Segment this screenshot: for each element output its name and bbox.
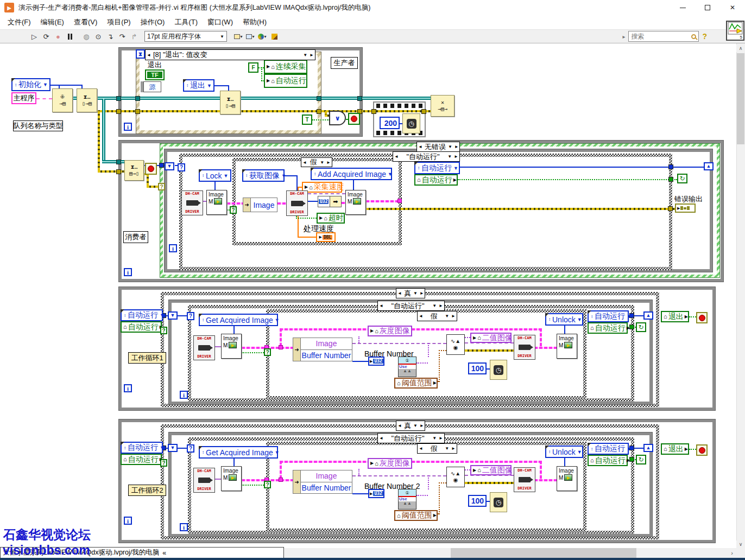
dhcam-driver-node[interactable]: DH-CAMDRIVER bbox=[286, 190, 308, 216]
enum-get-image[interactable]: ↕获取图像▼ bbox=[242, 169, 285, 182]
property-node-autorun-wl2-left[interactable]: ⌂自动运行▶ bbox=[121, 454, 162, 465]
image-manager-node[interactable]: ImageM bbox=[221, 334, 242, 359]
resize-objects-dropdown[interactable]: ▾ bbox=[256, 31, 268, 42]
close-button[interactable]: ✕ bbox=[720, 0, 745, 15]
enqueue-node[interactable]: ⧗…▯→▤ bbox=[77, 88, 97, 112]
enum-exit[interactable]: ↕退出▼ bbox=[183, 79, 214, 92]
property-node-autorun-producer[interactable]: ▶⌂自动运行 bbox=[264, 74, 307, 88]
step-out-icon[interactable]: ↱ bbox=[128, 31, 140, 42]
image-manager-node[interactable]: ImageM bbox=[557, 334, 577, 359]
enum-add-acquired-image[interactable]: ↕Add Acquired Image▼ bbox=[311, 168, 392, 180]
abort-button[interactable]: ● bbox=[52, 31, 64, 42]
enum-init[interactable]: ↕初始化▼ bbox=[11, 78, 50, 91]
enum-get-acquired-image-wl1[interactable]: ↕Get Acquired Image▼ bbox=[199, 314, 278, 326]
shift-register-left-wl2[interactable]: ▼ bbox=[168, 444, 178, 452]
shift-register-right-wl2[interactable]: ▲ bbox=[643, 444, 653, 452]
release-queue-node[interactable]: ✕→▤→ bbox=[431, 95, 454, 117]
constant-100-wl2[interactable]: 100 bbox=[468, 495, 487, 507]
pause-button[interactable] bbox=[64, 31, 76, 42]
property-node-threshold-range-wl1[interactable]: ⌂阈值范围▶ bbox=[394, 378, 438, 389]
help-icon[interactable]: ? bbox=[702, 32, 707, 41]
run-button[interactable]: ▷ bbox=[28, 31, 40, 42]
threshold-use-icon-wl1[interactable]: ①Use▲▲ bbox=[398, 357, 416, 377]
dequeue-node[interactable]: ⧗…▤→▯ bbox=[124, 160, 144, 181]
enum-autorun-wl2-left[interactable]: ↕自动运行▼ bbox=[121, 442, 163, 454]
property-node-threshold-range-wl2[interactable]: ⌂阈值范围▶ bbox=[394, 510, 438, 521]
enqueue-node-producer[interactable]: ⧗…▯→▤ bbox=[220, 91, 241, 114]
search-box[interactable] bbox=[628, 31, 699, 42]
image-manager-node[interactable]: ImageM bbox=[206, 190, 227, 215]
stop-indicator-consumer[interactable] bbox=[145, 163, 157, 175]
menu-help[interactable]: 帮助(H) bbox=[243, 17, 267, 27]
enum-unlock-wl1[interactable]: ↕Unlock▼ bbox=[545, 313, 583, 326]
step-over-icon[interactable]: ↷ bbox=[116, 31, 128, 42]
menu-edit[interactable]: 编辑(E) bbox=[41, 17, 64, 27]
scroll-right-icon[interactable]: › bbox=[728, 548, 736, 558]
menu-project[interactable]: 项目(P) bbox=[107, 17, 130, 27]
dhcam-driver-node[interactable]: DH-CAMDRIVER bbox=[181, 190, 203, 215]
case-selector-autorun-wl2[interactable]: ◄"自动运行"▼► bbox=[377, 433, 445, 443]
step-into-icon[interactable]: ↴ bbox=[104, 31, 116, 42]
menu-window[interactable]: 窗口(W) bbox=[207, 17, 233, 27]
dhcam-driver-node[interactable]: DH-CAMDRIVER bbox=[514, 335, 535, 360]
case-selector-true-wl1[interactable]: ◄真▼► bbox=[396, 288, 425, 298]
case-selector-noerror[interactable]: ◄无错误▼► bbox=[416, 142, 460, 152]
vi-icon[interactable]: 5 bbox=[726, 21, 744, 41]
enum-autorun-wl1-left[interactable]: ↕自动运行▼ bbox=[121, 309, 163, 321]
dhcam-driver-node[interactable]: DH-CAMDRIVER bbox=[193, 468, 215, 493]
u32-indicator-wl2[interactable]: ▶U32 bbox=[368, 489, 384, 498]
property-node-exit-wl1[interactable]: ⌂退出▶ bbox=[661, 311, 689, 322]
case-selector-true-wl2[interactable]: ◄真▼► bbox=[396, 421, 425, 431]
scroll-up-icon[interactable]: ∧ bbox=[736, 44, 745, 52]
property-node-gray-image-wl2[interactable]: ▶⌂灰度图像 bbox=[368, 458, 412, 469]
case-selector-false-consumer[interactable]: ◄假▼► bbox=[301, 157, 332, 167]
shift-register-right-wl1[interactable]: ▲ bbox=[643, 311, 653, 320]
horizontal-scrollbar-thumb[interactable] bbox=[451, 548, 636, 558]
maximize-button[interactable] bbox=[695, 0, 720, 15]
wait-ms-node[interactable]: ◷ bbox=[402, 113, 420, 133]
string-main-program[interactable]: 主程序 bbox=[11, 92, 36, 104]
align-objects-dropdown[interactable]: ▾ bbox=[232, 31, 244, 42]
property-node-timeout[interactable]: ▶⌂超时 bbox=[317, 213, 345, 224]
image-manager-node[interactable]: ImageM bbox=[345, 190, 366, 215]
shift-register-right-consumer[interactable]: ▲ bbox=[704, 162, 714, 170]
constant-100-wl1[interactable]: 100 bbox=[468, 362, 487, 374]
constant-200[interactable]: 200 bbox=[380, 117, 400, 129]
property-node-acquire-speed[interactable]: ▶⌂采集速度 bbox=[302, 182, 342, 193]
case-selector-autorun-consumer[interactable]: ◄"自动运行"▼► bbox=[393, 151, 460, 162]
menu-file[interactable]: 文件(F) bbox=[8, 17, 31, 27]
loop-stop-terminal-producer[interactable] bbox=[348, 113, 360, 125]
wait-ms-node-wl2[interactable]: ◷ bbox=[490, 492, 507, 512]
menu-view[interactable]: 查看(V) bbox=[74, 17, 97, 27]
or-gate[interactable]: ∨ bbox=[329, 111, 346, 125]
property-node-exit-wl2[interactable]: ⌂退出▶ bbox=[661, 443, 689, 455]
property-node-autorun-wl1-right[interactable]: ⌂自动运行▶ bbox=[588, 322, 628, 334]
case-selector-false-wl1[interactable]: ◄假▼► bbox=[417, 311, 457, 321]
unbundle-image-buffer-wl1[interactable]: ➜ImageBuffer Number bbox=[293, 338, 352, 361]
case-selector-autorun-wl1[interactable]: ◄"自动运行"▼► bbox=[377, 301, 445, 311]
cleanup-diagram-icon[interactable] bbox=[268, 31, 280, 42]
threshold-use-icon-wl2[interactable]: ①Use▲▲ bbox=[398, 489, 416, 510]
error-out-indicator[interactable]: ▶ bbox=[675, 203, 696, 213]
menu-tools[interactable]: 工具(T) bbox=[174, 17, 198, 27]
dhcam-driver-node[interactable]: DH-CAMDRIVER bbox=[514, 467, 535, 492]
highlight-execution-icon[interactable]: ◍ bbox=[80, 31, 92, 42]
unbundle-image-buffer-wl2[interactable]: ➜ImageBuffer Number bbox=[293, 470, 352, 494]
property-node-binary-image-wl1[interactable]: ▶⌂二值图像 bbox=[470, 333, 512, 343]
true-constant[interactable]: T bbox=[302, 114, 312, 125]
property-node-autorun-consumer[interactable]: ⌂自动运行▶ bbox=[414, 174, 458, 186]
u32-indicator-wl1[interactable]: ▶U32 bbox=[368, 357, 384, 366]
image-element-box[interactable]: ➜Image bbox=[243, 198, 277, 212]
property-node-gray-image-wl1[interactable]: ▶⌂灰度图像 bbox=[368, 326, 412, 336]
shift-register-left-wl1[interactable]: ▼ bbox=[168, 311, 178, 320]
boolean-terminal-exit[interactable]: TF bbox=[145, 69, 165, 80]
property-node-autorun-wl1-left[interactable]: ⌂自动运行▶ bbox=[121, 321, 162, 333]
property-node-autorun-wl2-right[interactable]: ⌂自动运行▶ bbox=[588, 455, 628, 466]
search-input[interactable] bbox=[631, 33, 689, 40]
dhcam-driver-node[interactable]: DH-CAMDRIVER bbox=[193, 335, 215, 360]
retain-wire-values-icon[interactable]: ⊙ bbox=[92, 31, 104, 42]
threshold-node-wl1[interactable]: ∿▲◉ bbox=[446, 334, 465, 355]
enum-lock[interactable]: ↕Lock▼ bbox=[199, 169, 231, 182]
dbl-indicator[interactable]: ▶DBL bbox=[316, 232, 336, 242]
property-node-binary-image-wl2[interactable]: ▶⌂二值图像 bbox=[470, 465, 512, 475]
